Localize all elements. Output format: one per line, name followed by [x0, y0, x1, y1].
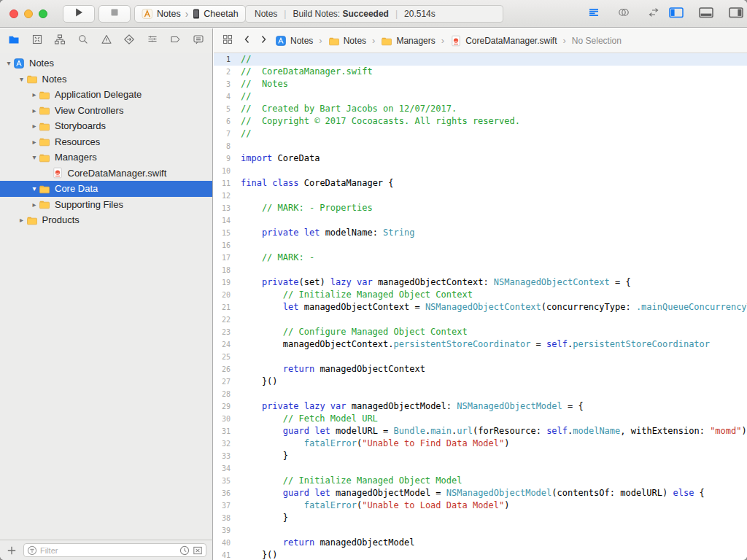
code-line-19[interactable]: 19 private(set) lazy var managedObjectCo… — [214, 276, 747, 289]
standard-editor-button[interactable] — [584, 5, 604, 23]
assistant-editor-button[interactable] — [614, 5, 634, 23]
code-line-9[interactable]: 9import CoreData — [214, 152, 747, 165]
code-line-30[interactable]: 30 // Fetch Model URL — [214, 413, 747, 425]
navigator-panel-toggle[interactable] — [666, 5, 686, 23]
close-window-button[interactable] — [9, 9, 18, 18]
jump-bar-item[interactable]: CoreDataManager.swift — [450, 35, 557, 47]
version-editor-button[interactable] — [643, 5, 664, 23]
clear-filter-icon[interactable] — [193, 545, 203, 556]
code-line-39[interactable]: 39 — [214, 524, 747, 537]
code-line-37[interactable]: 37 fatalError("Unable to Load Data Model… — [214, 499, 747, 512]
tree-item-label: Products — [42, 214, 80, 225]
code-line-6[interactable]: 6// Copyright © 2017 Cocoacasts. All rig… — [214, 115, 747, 128]
line-number: 37 — [214, 499, 241, 512]
tree-item-view-controllers[interactable]: ▸View Controllers — [0, 103, 212, 119]
code-line-22[interactable]: 22 — [214, 314, 747, 326]
source-control-navigator-button[interactable] — [30, 32, 44, 50]
disclosure-triangle-icon[interactable]: ▾ — [4, 59, 13, 67]
related-items-button[interactable] — [220, 32, 236, 50]
find-navigator-button[interactable] — [76, 32, 90, 50]
tree-item-products[interactable]: ▸Products — [0, 212, 212, 228]
code-line-1[interactable]: 1// — [214, 53, 747, 66]
code-line-38[interactable]: 38 } — [214, 512, 747, 524]
stop-button[interactable] — [98, 5, 131, 23]
code-line-36[interactable]: 36 guard let managedObjectModel = NSMana… — [214, 487, 747, 499]
jump-bar-item[interactable]: No Selection — [572, 36, 622, 46]
disclosure-triangle-icon[interactable]: ▾ — [30, 153, 39, 161]
code-line-34[interactable]: 34 — [214, 462, 747, 475]
jump-bar-item[interactable]: Notes — [275, 35, 313, 47]
run-button[interactable] — [63, 5, 95, 23]
tree-item-managers[interactable]: ▾Managers — [0, 149, 212, 166]
filter-input[interactable] — [40, 546, 177, 555]
issue-navigator-button[interactable] — [99, 32, 114, 50]
project-navigator-button[interactable] — [7, 32, 21, 50]
code-line-31[interactable]: 31 guard let modelURL = Bundle.main.url(… — [214, 425, 747, 438]
report-navigator-button[interactable] — [191, 32, 206, 50]
add-button[interactable] — [6, 545, 18, 556]
code-line-26[interactable]: 26 return managedObjectContext — [214, 363, 747, 376]
disclosure-triangle-icon[interactable]: ▸ — [30, 138, 39, 146]
disclosure-triangle-icon[interactable]: ▸ — [30, 201, 39, 209]
code-line-16[interactable]: 16 — [214, 239, 747, 252]
jump-bar-item[interactable]: Notes — [328, 35, 366, 47]
line-number: 9 — [214, 152, 241, 165]
code-line-12[interactable]: 12 — [214, 190, 747, 202]
code-line-32[interactable]: 32 fatalError("Unable to Find Data Model… — [214, 438, 747, 450]
code-line-8[interactable]: 8 — [214, 140, 747, 152]
tree-item-resources[interactable]: ▸Resources — [0, 134, 212, 150]
code-line-40[interactable]: 40 return managedObjectModel — [214, 537, 747, 549]
code-line-23[interactable]: 23 // Configure Managed Object Context — [214, 326, 747, 338]
code-line-13[interactable]: 13 // MARK: - Properties — [214, 202, 747, 214]
code-line-35[interactable]: 35 // Initialize Managed Object Model — [214, 475, 747, 487]
filter-field[interactable] — [23, 543, 206, 557]
disclosure-triangle-icon[interactable]: ▾ — [18, 75, 26, 83]
code-line-3[interactable]: 3// Notes — [214, 78, 747, 90]
code-line-7[interactable]: 7// — [214, 128, 747, 140]
minimize-window-button[interactable] — [24, 9, 33, 18]
tree-item-application-delegate[interactable]: ▸Application Delegate — [0, 87, 212, 103]
scheme-selector[interactable]: Notes › Cheetah — [134, 5, 246, 23]
tree-item-supporting-files[interactable]: ▸Supporting Files — [0, 197, 212, 213]
code-line-18[interactable]: 18 — [214, 264, 747, 276]
code-line-20[interactable]: 20 // Initialize Managed Object Context — [214, 289, 747, 301]
breakpoint-navigator-button[interactable] — [168, 32, 182, 50]
code-line-17[interactable]: 17 // MARK: - — [214, 252, 747, 264]
disclosure-triangle-icon[interactable]: ▸ — [30, 122, 39, 130]
code-line-15[interactable]: 15 private let modelName: String — [214, 227, 747, 239]
tree-item-core-data[interactable]: ▾Core Data — [0, 181, 212, 197]
tree-item-coredatamanager-swift[interactable]: CoreDataManager.swift — [0, 166, 212, 182]
disclosure-triangle-icon[interactable]: ▾ — [30, 184, 39, 192]
code-line-2[interactable]: 2// CoreDataManager.swift — [214, 66, 747, 78]
code-line-4[interactable]: 4// — [214, 90, 747, 103]
debug-navigator-button[interactable] — [145, 32, 160, 50]
tree-item-notes[interactable]: ▾Notes — [0, 71, 212, 88]
code-line-41[interactable]: 41 }() — [214, 549, 747, 560]
code-line-21[interactable]: 21 let managedObjectContext = NSManagedO… — [214, 301, 747, 314]
code-line-11[interactable]: 11final class CoreDataManager { — [214, 177, 747, 190]
test-navigator-button[interactable] — [122, 32, 136, 50]
jump-bar-item[interactable]: Managers — [381, 35, 435, 47]
zoom-window-button[interactable] — [39, 9, 47, 18]
code-line-28[interactable]: 28 — [214, 388, 747, 400]
code-line-10[interactable]: 10 — [214, 165, 747, 177]
code-line-24[interactable]: 24 managedObjectContext.persistentStoreC… — [214, 338, 747, 351]
code-line-25[interactable]: 25 — [214, 351, 747, 363]
code-line-33[interactable]: 33 } — [214, 450, 747, 462]
code-line-29[interactable]: 29 private lazy var managedObjectModel: … — [214, 400, 747, 413]
tree-item-notes[interactable]: ▾Notes — [0, 55, 212, 71]
symbol-navigator-button[interactable] — [53, 32, 67, 50]
debug-area-toggle[interactable] — [696, 5, 716, 23]
code-line-14[interactable]: 14 — [214, 214, 747, 227]
source-editor[interactable]: 1//2// CoreDataManager.swift3// Notes4//… — [214, 53, 747, 560]
code-line-5[interactable]: 5// Created by Bart Jacobs on 12/07/2017… — [214, 103, 747, 115]
go-back-button[interactable] — [240, 32, 253, 50]
disclosure-triangle-icon[interactable]: ▸ — [30, 90, 39, 98]
utilities-panel-toggle[interactable] — [726, 5, 746, 23]
disclosure-triangle-icon[interactable]: ▸ — [18, 216, 26, 224]
disclosure-triangle-icon[interactable]: ▸ — [30, 106, 39, 114]
tree-item-storyboards[interactable]: ▸Storyboards — [0, 118, 212, 134]
recent-files-icon[interactable] — [179, 545, 190, 556]
code-line-27[interactable]: 27 }() — [214, 376, 747, 388]
go-forward-button[interactable] — [258, 32, 271, 50]
